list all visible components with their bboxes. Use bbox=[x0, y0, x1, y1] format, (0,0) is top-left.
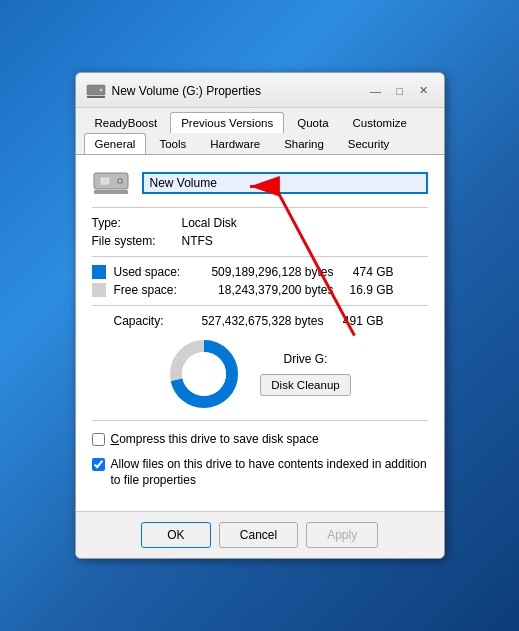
index-option-row: Allow files on this drive to have conten… bbox=[92, 456, 428, 490]
tab-general[interactable]: General bbox=[84, 133, 147, 154]
volume-name-row bbox=[92, 169, 428, 197]
maximize-button[interactable]: □ bbox=[390, 81, 410, 101]
drive-icon bbox=[86, 83, 106, 99]
svg-rect-4 bbox=[94, 190, 128, 194]
drive-label: Drive G: bbox=[283, 352, 327, 366]
free-color-indicator bbox=[92, 283, 106, 297]
volume-name-input[interactable] bbox=[142, 172, 428, 194]
divider-3 bbox=[92, 305, 428, 306]
svg-point-10 bbox=[182, 352, 226, 396]
capacity-row: Capacity: 527,432,675,328 bytes 491 GB bbox=[114, 314, 428, 328]
free-space-row: Free space: 18,243,379,200 bytes 16.9 GB bbox=[92, 283, 428, 297]
disk-cleanup-button[interactable]: Disk Cleanup bbox=[260, 374, 350, 396]
tab-sharing[interactable]: Sharing bbox=[273, 133, 335, 154]
used-color-indicator bbox=[92, 265, 106, 279]
properties-window: New Volume (G:) Properties — □ ✕ ReadyBo… bbox=[75, 72, 445, 559]
footer: OK Cancel Apply bbox=[76, 511, 444, 558]
index-label: Allow files on this drive to have conten… bbox=[111, 456, 428, 490]
type-value: Local Disk bbox=[182, 216, 237, 230]
cap-gb: 491 GB bbox=[324, 314, 384, 328]
cancel-button[interactable]: Cancel bbox=[219, 522, 298, 548]
fs-value: NTFS bbox=[182, 234, 213, 248]
tab-readyboost[interactable]: ReadyBoost bbox=[84, 112, 169, 133]
disk-drive-icon bbox=[92, 169, 130, 197]
window-title: New Volume (G:) Properties bbox=[112, 84, 261, 98]
minimize-button[interactable]: — bbox=[366, 81, 386, 101]
title-controls: — □ ✕ bbox=[366, 81, 434, 101]
used-space-bytes: 509,189,296,128 bytes bbox=[194, 265, 334, 279]
divider-2 bbox=[92, 256, 428, 257]
free-space-bytes: 18,243,379,200 bytes bbox=[194, 283, 334, 297]
svg-rect-1 bbox=[87, 96, 105, 98]
options-section: Compress this drive to save disk space A… bbox=[92, 420, 428, 489]
cap-bytes: 527,432,675,328 bytes bbox=[184, 314, 324, 328]
ok-button[interactable]: OK bbox=[141, 522, 211, 548]
free-space-label: Free space: bbox=[114, 283, 194, 297]
tab-quota[interactable]: Quota bbox=[286, 112, 339, 133]
tab-tools[interactable]: Tools bbox=[148, 133, 197, 154]
type-label: Type: bbox=[92, 216, 182, 230]
close-button[interactable]: ✕ bbox=[414, 81, 434, 101]
divider-1 bbox=[92, 207, 428, 208]
tabs-row2: General Tools Hardware Sharing Security bbox=[76, 133, 444, 154]
type-row: Type: Local Disk bbox=[92, 216, 428, 230]
tab-customize[interactable]: Customize bbox=[342, 112, 418, 133]
compress-label: Compress this drive to save disk space bbox=[111, 431, 319, 448]
free-space-gb: 16.9 GB bbox=[334, 283, 394, 297]
cap-label: Capacity: bbox=[114, 314, 184, 328]
used-space-gb: 474 GB bbox=[334, 265, 394, 279]
apply-button[interactable]: Apply bbox=[306, 522, 378, 548]
svg-point-7 bbox=[118, 179, 121, 182]
title-bar: New Volume (G:) Properties — □ ✕ bbox=[76, 73, 444, 108]
fs-row: File system: NTFS bbox=[92, 234, 428, 248]
compress-option-row: Compress this drive to save disk space bbox=[92, 431, 428, 448]
chart-row: Drive G: Disk Cleanup bbox=[92, 338, 428, 410]
used-space-row: Used space: 509,189,296,128 bytes 474 GB bbox=[92, 265, 428, 279]
tab-previous-versions[interactable]: Previous Versions bbox=[170, 112, 284, 133]
fs-label: File system: bbox=[92, 234, 182, 248]
index-checkbox[interactable] bbox=[92, 458, 105, 471]
tabs-row1: ReadyBoost Previous Versions Quota Custo… bbox=[76, 108, 444, 133]
tab-hardware[interactable]: Hardware bbox=[199, 133, 271, 154]
disk-usage-chart bbox=[168, 338, 240, 410]
tab-security[interactable]: Security bbox=[337, 133, 401, 154]
content-area: Type: Local Disk File system: NTFS Used … bbox=[76, 154, 444, 511]
compress-checkbox[interactable] bbox=[92, 433, 105, 446]
svg-point-2 bbox=[99, 88, 102, 91]
title-left: New Volume (G:) Properties bbox=[86, 83, 261, 99]
used-space-label: Used space: bbox=[114, 265, 194, 279]
svg-rect-5 bbox=[100, 177, 110, 185]
